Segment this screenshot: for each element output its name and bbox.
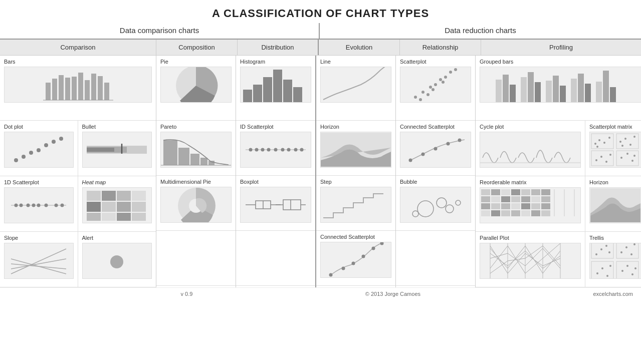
svg-point-142 [600, 156, 602, 158]
bullet-cell: Bullet [78, 121, 156, 176]
bars-chart [4, 67, 152, 103]
scatterplot-matrix-chart [589, 132, 641, 168]
svg-rect-112 [503, 75, 509, 103]
boxplot-label: Boxplot [240, 179, 311, 185]
svg-rect-165 [491, 203, 500, 209]
line-chart [320, 67, 391, 103]
connected-scatter-ev-label: Connected Scatterplot [320, 234, 391, 240]
histogram-chart [240, 67, 311, 103]
line-cell: Line [316, 56, 395, 121]
pie-cell: Pie [156, 56, 236, 121]
cat-composition: Composition [156, 40, 238, 55]
svg-point-27 [37, 204, 41, 207]
cat-distribution: Distribution [238, 40, 319, 55]
svg-rect-124 [603, 71, 609, 103]
svg-point-96 [444, 76, 447, 79]
svg-point-147 [626, 153, 628, 155]
svg-point-105 [458, 139, 462, 142]
svg-point-130 [598, 139, 600, 141]
parallel-plot-chart [480, 243, 581, 279]
svg-rect-118 [553, 76, 559, 103]
svg-rect-32 [102, 191, 116, 201]
svg-line-44 [11, 259, 66, 269]
svg-rect-197 [591, 261, 613, 279]
svg-point-193 [620, 251, 622, 253]
svg-point-28 [45, 204, 48, 207]
bubble-cell: Bubble [396, 176, 475, 231]
svg-point-133 [596, 146, 598, 148]
multidim-pie-cell: Multidimensional Pie [156, 176, 236, 231]
step-label: Step [320, 179, 391, 185]
multidim-pie-chart [160, 187, 232, 223]
svg-point-98 [454, 68, 457, 71]
svg-point-188 [595, 253, 597, 255]
section-headers: Data comparison charts Data reduction ch… [0, 23, 641, 40]
id-scatterplot-label: ID Scatterplot [240, 124, 311, 130]
cycle-plot-chart [480, 132, 581, 168]
svg-rect-61 [283, 80, 292, 103]
trellis-label: Trellis [589, 235, 641, 241]
svg-rect-0 [46, 83, 51, 100]
svg-point-24 [20, 204, 23, 207]
svg-rect-9 [104, 83, 109, 100]
svg-point-146 [620, 157, 622, 159]
svg-point-138 [633, 136, 635, 138]
id-scatterplot-cell: ID Scatterplot [236, 121, 315, 176]
svg-rect-154 [521, 189, 530, 195]
svg-rect-39 [87, 213, 101, 221]
cat-evolution: Evolution [319, 40, 400, 55]
svg-point-17 [59, 137, 63, 141]
svg-point-83 [329, 273, 333, 277]
svg-point-196 [633, 243, 635, 245]
svg-rect-175 [521, 210, 530, 216]
svg-point-144 [609, 154, 611, 156]
svg-point-30 [61, 204, 64, 207]
grouped-bars-chart [480, 67, 641, 103]
horizon-ev-cell: Horizon [316, 121, 395, 176]
alert-chart [82, 243, 152, 279]
scatterplot-matrix-cell: Scatterplot matrix [585, 121, 641, 176]
svg-rect-53 [208, 161, 215, 165]
scatterplot-chart [400, 67, 471, 103]
svg-rect-7 [91, 74, 96, 100]
connected-scatter-rel-chart [400, 132, 471, 168]
svg-rect-169 [531, 203, 540, 209]
svg-rect-111 [496, 80, 502, 103]
svg-point-198 [596, 272, 598, 274]
svg-rect-1 [52, 79, 57, 100]
svg-point-15 [44, 143, 48, 147]
svg-point-141 [595, 159, 597, 161]
svg-rect-59 [263, 77, 272, 103]
svg-rect-155 [531, 189, 540, 195]
heatmap-cell: Heat map [78, 176, 156, 231]
svg-rect-120 [571, 79, 577, 103]
cat-comparison: Comparison [0, 40, 156, 55]
scatterplot-cell: Scatterplot [396, 56, 475, 121]
grouped-bars-cell: Grouped bars [476, 56, 641, 121]
svg-rect-79 [283, 200, 301, 210]
bubble-chart [400, 187, 471, 223]
svg-rect-51 [190, 154, 199, 165]
svg-point-149 [633, 155, 635, 157]
footer-version: v 0.9 [180, 291, 192, 297]
bars-label: Bars [4, 59, 152, 65]
svg-rect-3 [65, 78, 70, 100]
step-cell: Step [316, 176, 395, 231]
svg-rect-40 [102, 213, 116, 221]
svg-point-95 [439, 78, 442, 81]
section-reduction: Data reduction charts [320, 23, 641, 39]
svg-rect-5 [78, 73, 83, 100]
svg-point-69 [274, 148, 278, 152]
svg-rect-6 [85, 80, 90, 100]
svg-point-67 [261, 148, 265, 152]
horizon-prof-chart [589, 187, 641, 223]
cat-relationship: Relationship [400, 40, 481, 55]
svg-rect-31 [87, 191, 101, 201]
svg-rect-113 [510, 85, 516, 103]
svg-point-93 [434, 83, 437, 86]
dot-plot-chart [4, 132, 74, 168]
svg-rect-8 [98, 76, 103, 100]
svg-rect-41 [117, 213, 131, 221]
svg-point-91 [419, 98, 422, 101]
footer-site: excelcharts.com [593, 291, 633, 297]
